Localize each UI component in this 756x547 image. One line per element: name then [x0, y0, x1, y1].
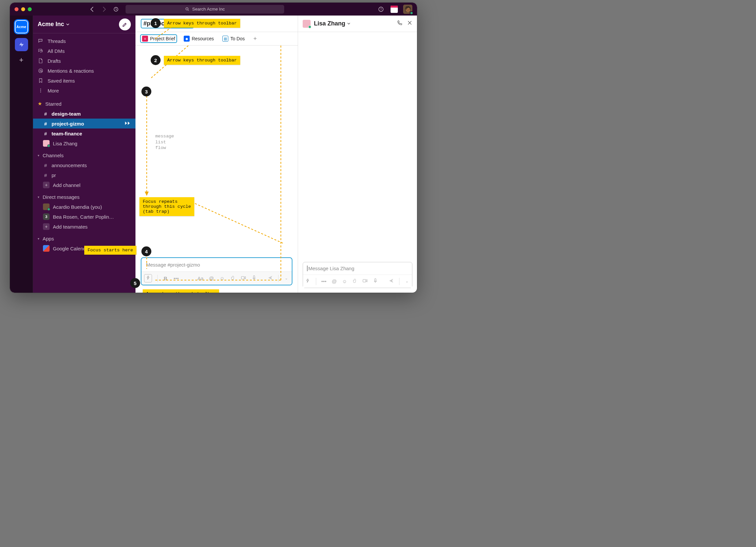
add-teammates[interactable]: + Add teammates [33, 222, 135, 232]
more-format-button[interactable]: ••• [321, 278, 326, 284]
svg-point-7 [40, 90, 41, 91]
dropbox-icon: ◆ [184, 36, 190, 42]
sidebar-section-starred[interactable]: ★ Starred [33, 99, 135, 109]
sidebar-section-channels[interactable]: ▾ Channels [33, 150, 135, 160]
tab-todos[interactable]: ▥ To Dos [220, 34, 247, 43]
add-workspace-button[interactable]: + [19, 56, 23, 64]
shortcuts-button[interactable] [144, 274, 152, 282]
avatar [43, 140, 50, 147]
mention-button[interactable]: @ [209, 275, 214, 281]
svg-rect-18 [253, 275, 255, 278]
tab-resources[interactable]: ◆ Resources [182, 34, 216, 43]
call-button[interactable] [397, 20, 402, 27]
close-window[interactable] [15, 7, 19, 11]
huddle-icon [124, 121, 131, 127]
add-channel[interactable]: + Add channel [33, 180, 135, 190]
dm-acardio[interactable]: Acardio Buendia (you) [33, 202, 135, 212]
workspace-switcher-secondary[interactable] [15, 38, 28, 51]
dm-lisa-zhang-starred[interactable]: Lisa Zhang [33, 138, 135, 148]
sidebar-mentions[interactable]: Mentions & reactions [33, 66, 135, 76]
caret-icon: ▾ [38, 237, 39, 241]
mention-button[interactable]: @ [332, 278, 337, 284]
sidebar-threads[interactable]: Threads [33, 36, 135, 46]
app-window: Search Acme Inc ? 🧑🏾 Acme + [10, 3, 417, 293]
send-options-button[interactable]: ⌄ [404, 279, 409, 283]
channel-design-team[interactable]: # design-team [33, 109, 135, 119]
hash-icon: # [43, 163, 48, 168]
emoji-button[interactable]: ☺ [219, 275, 225, 281]
channel-team-finance[interactable]: # team-finance [33, 129, 135, 138]
caret-icon: ▾ [38, 195, 39, 199]
annotation-callout-2: Arrow keys through toolbar [164, 56, 240, 65]
shortcuts-button[interactable] [306, 278, 311, 284]
avatar [303, 20, 311, 28]
search-box[interactable]: Search Acme Inc [126, 5, 284, 14]
group-count-badge: 3 [43, 214, 50, 220]
svg-line-11 [195, 204, 284, 244]
audio-button[interactable] [251, 275, 257, 281]
message-composer: Message #project-gizmo B ••• Aa @ ☺ [141, 257, 292, 285]
doc-icon: ≡ [142, 36, 148, 42]
sidebar-section-apps[interactable]: ▾ Apps [33, 234, 135, 244]
window-controls [15, 7, 32, 11]
compose-button[interactable] [119, 19, 131, 30]
dm-group-bea-carter[interactable]: 3 Bea Rosen, Carter Poplin… [33, 212, 135, 222]
workspace-rail: Acme + [10, 16, 33, 293]
attach-button[interactable] [230, 275, 235, 281]
format-button[interactable]: Aa [197, 275, 203, 281]
history-button[interactable] [112, 5, 120, 14]
channel-announcements[interactable]: # announcements [33, 160, 135, 170]
dms-icon [38, 48, 44, 54]
chevron-down-icon [347, 21, 351, 26]
svg-point-6 [40, 89, 41, 89]
add-tab-button[interactable]: + [251, 35, 259, 42]
body-note: message list flow [155, 134, 174, 151]
channel-pr[interactable]: # pr [33, 170, 135, 180]
annotation-badge-2: 2 [151, 55, 161, 65]
dm-message-list[interactable] [298, 32, 417, 257]
bold-button[interactable]: B [163, 275, 168, 281]
calendar-indicator[interactable] [391, 6, 398, 13]
hash-icon: # [43, 131, 48, 137]
attach-button[interactable] [353, 278, 358, 284]
sidebar-all-dms[interactable]: All DMs [33, 46, 135, 56]
minimize-window[interactable] [21, 7, 25, 11]
emoji-button[interactable]: ☺ [342, 278, 347, 284]
workspace-switcher-active[interactable]: Acme [15, 20, 28, 33]
svg-point-4 [39, 69, 43, 73]
message-input[interactable]: Message #project-gizmo [141, 258, 292, 272]
workspace-menu[interactable]: Acme Inc [38, 21, 70, 28]
message-list[interactable]: message list flow [135, 46, 298, 254]
dm-input[interactable]: Message Lisa Zhang [307, 266, 408, 271]
channel-tabs: ≡ Project Brief ◆ Resources ▥ To Dos + [135, 32, 298, 46]
close-pane-button[interactable] [407, 20, 412, 27]
annotation-badge-4: 4 [141, 247, 151, 256]
dm-composer-toolbar: ••• @ ☺ [303, 274, 412, 288]
plus-icon: + [43, 182, 50, 188]
user-avatar[interactable]: 🧑🏾 [403, 5, 412, 14]
more-format-button[interactable]: ••• [173, 275, 179, 281]
send-options-button[interactable]: ⌄ [284, 276, 289, 280]
maximize-window[interactable] [28, 7, 32, 11]
audio-button[interactable] [373, 278, 378, 284]
dm-header: Lisa Zhang [298, 16, 417, 32]
help-button[interactable]: ? [377, 5, 385, 14]
video-button[interactable] [362, 278, 368, 284]
main-area: #project-gizmo Do not add water ≡ Projec… [135, 16, 417, 293]
forward-button[interactable] [100, 5, 108, 14]
sidebar-more[interactable]: More [33, 86, 135, 96]
tab-project-brief[interactable]: ≡ Project Brief [140, 34, 177, 43]
send-button[interactable] [389, 278, 394, 284]
sidebar-drafts[interactable]: Drafts [33, 56, 135, 66]
back-button[interactable] [88, 5, 96, 14]
sidebar-section-dms[interactable]: ▾ Direct messages [33, 192, 135, 202]
sidebar-saved[interactable]: Saved items [33, 76, 135, 86]
svg-marker-10 [145, 192, 149, 196]
hash-icon: # [43, 121, 48, 127]
video-button[interactable] [241, 275, 246, 281]
send-button[interactable] [268, 275, 273, 281]
channel-project-gizmo[interactable]: # project-gizmo [33, 119, 135, 129]
threads-icon [38, 38, 44, 44]
annotation-callout-3: Focus repeats through this cycle (tab tr… [139, 197, 194, 216]
dm-name-button[interactable]: Lisa Zhang [314, 20, 351, 27]
